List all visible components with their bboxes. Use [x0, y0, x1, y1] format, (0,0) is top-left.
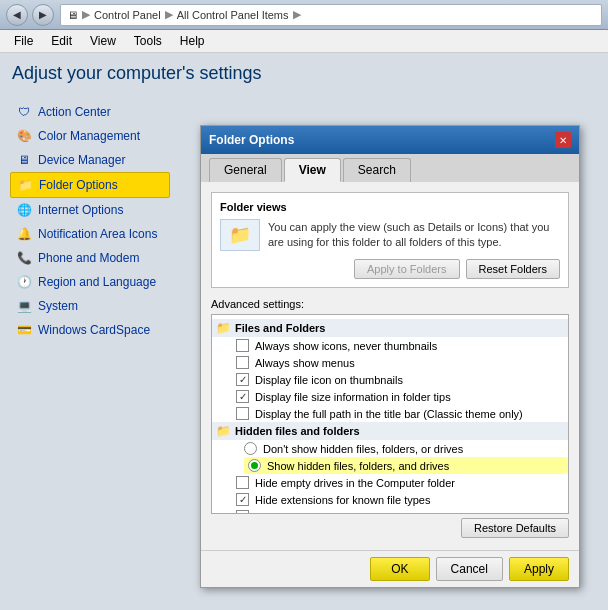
folder-views-inner: 📁 You can apply the view (such as Detail… — [220, 219, 560, 251]
sidebar-item-system[interactable]: System — [10, 294, 170, 318]
notif-icon — [16, 226, 32, 242]
restore-defaults-row: Restore Defaults — [211, 514, 569, 540]
sidebar-label-system: System — [38, 299, 78, 313]
dialog-titlebar: Folder Options ✕ — [201, 126, 579, 154]
color-icon — [16, 128, 32, 144]
sidebar-label-region: Region and Language — [38, 275, 156, 289]
sidebar-item-notification-area[interactable]: Notification Area Icons — [10, 222, 170, 246]
sidebar-label-action-center: Action Center — [38, 105, 111, 119]
checkbox-hide-empty-drives[interactable] — [236, 476, 249, 489]
region-icon — [16, 274, 32, 290]
tab-bar: General View Search — [201, 154, 579, 182]
checkbox-display-full-path[interactable] — [236, 407, 249, 420]
dialog-footer: OK Cancel Apply — [201, 550, 579, 587]
sidebar-label-color: Color Management — [38, 129, 140, 143]
menu-edit[interactable]: Edit — [43, 32, 80, 50]
phone-icon — [16, 250, 32, 266]
checkbox-always-show-icons[interactable] — [236, 339, 249, 352]
breadcrumb-icon: 🖥 — [67, 9, 78, 21]
checkbox-hide-protected[interactable] — [236, 510, 249, 514]
sidebar-label-card: Windows CardSpace — [38, 323, 150, 337]
dialog-content: Folder views 📁 You can apply the view (s… — [201, 182, 579, 550]
menu-help[interactable]: Help — [172, 32, 213, 50]
sidebar-label-device: Device Manager — [38, 153, 125, 167]
checkbox-display-file-icon[interactable] — [236, 373, 249, 386]
system-icon — [16, 298, 32, 314]
setting-hide-extensions[interactable]: Hide extensions for known file types — [212, 491, 568, 508]
title-bar: ◀ ▶ 🖥 ▶ Control Panel ▶ All Control Pane… — [0, 0, 608, 30]
sidebar-item-action-center[interactable]: Action Center — [10, 100, 170, 124]
hidden-files-radio-group: Don't show hidden files, folders, or dri… — [212, 440, 568, 474]
folder-views-section: Folder views 📁 You can apply the view (s… — [211, 192, 569, 288]
card-icon — [16, 322, 32, 338]
sidebar-item-color-management[interactable]: Color Management — [10, 124, 170, 148]
folder-views-icon: 📁 — [220, 219, 260, 251]
main-area: Action Center Color Management Device Ma… — [0, 90, 608, 352]
internet-icon — [16, 202, 32, 218]
setting-hide-protected[interactable]: Hide protected operating system files (R… — [212, 508, 568, 514]
sidebar: Action Center Color Management Device Ma… — [10, 100, 170, 342]
radio-btn-dont-show[interactable] — [244, 442, 257, 455]
restore-defaults-button[interactable]: Restore Defaults — [461, 518, 569, 538]
radio-dont-show[interactable]: Don't show hidden files, folders, or dri… — [244, 440, 568, 457]
sidebar-item-region-language[interactable]: Region and Language — [10, 270, 170, 294]
sidebar-label-folder: Folder Options — [39, 178, 118, 192]
menu-file[interactable]: File — [6, 32, 41, 50]
folder-views-description: You can apply the view (such as Details … — [268, 220, 560, 251]
sidebar-item-folder-options[interactable]: Folder Options — [10, 172, 170, 198]
folder-icon — [17, 177, 33, 193]
menu-view[interactable]: View — [82, 32, 124, 50]
sidebar-label-internet: Internet Options — [38, 203, 123, 217]
checkbox-display-file-size[interactable] — [236, 390, 249, 403]
setting-always-show-icons[interactable]: Always show icons, never thumbnails — [212, 337, 568, 354]
sidebar-item-device-manager[interactable]: Device Manager — [10, 148, 170, 172]
section-folder-icon: 📁 — [216, 321, 231, 335]
setting-display-file-size[interactable]: Display file size information in folder … — [212, 388, 568, 405]
back-button[interactable]: ◀ — [6, 4, 28, 26]
setting-display-file-icon[interactable]: Display file icon on thumbnails — [212, 371, 568, 388]
setting-hide-empty-drives[interactable]: Hide empty drives in the Computer folder — [212, 474, 568, 491]
tab-search[interactable]: Search — [343, 158, 411, 182]
section-files-folders: 📁 Files and Folders — [212, 319, 568, 337]
apply-button[interactable]: Apply — [509, 557, 569, 581]
dialog-close-button[interactable]: ✕ — [555, 132, 571, 148]
nav-buttons: ◀ ▶ — [6, 4, 54, 26]
menu-tools[interactable]: Tools — [126, 32, 170, 50]
settings-list-container[interactable]: 📁 Files and Folders Always show icons, n… — [211, 314, 569, 514]
breadcrumb[interactable]: 🖥 ▶ Control Panel ▶ All Control Panel It… — [60, 4, 602, 26]
checkbox-hide-extensions[interactable] — [236, 493, 249, 506]
sidebar-label-phone: Phone and Modem — [38, 251, 139, 265]
breadcrumb-all-items[interactable]: All Control Panel Items — [177, 9, 289, 21]
checkbox-always-show-menus[interactable] — [236, 356, 249, 369]
sidebar-item-windows-cardspace[interactable]: Windows CardSpace — [10, 318, 170, 342]
radio-btn-show-hidden[interactable] — [248, 459, 261, 472]
sidebar-label-notif: Notification Area Icons — [38, 227, 157, 241]
sidebar-item-internet-options[interactable]: Internet Options — [10, 198, 170, 222]
folder-views-buttons: Apply to Folders Reset Folders — [220, 259, 560, 279]
breadcrumb-control-panel[interactable]: Control Panel — [94, 9, 161, 21]
dialog-title: Folder Options — [209, 133, 294, 147]
section-hidden-files-label: Hidden files and folders — [235, 425, 360, 437]
setting-always-show-menus[interactable]: Always show menus — [212, 354, 568, 371]
cancel-button[interactable]: Cancel — [436, 557, 503, 581]
folder-views-title: Folder views — [220, 201, 560, 213]
setting-display-full-path[interactable]: Display the full path in the title bar (… — [212, 405, 568, 422]
folder-options-dialog: Folder Options ✕ General View Search Fol… — [200, 125, 580, 588]
action-center-icon — [16, 104, 32, 120]
forward-button[interactable]: ▶ — [32, 4, 54, 26]
settings-list: 📁 Files and Folders Always show icons, n… — [212, 315, 568, 514]
section-hidden-files: 📁 Hidden files and folders — [212, 422, 568, 440]
page-title: Adjust your computer's settings — [0, 53, 608, 90]
advanced-settings-label: Advanced settings: — [211, 298, 569, 310]
device-icon — [16, 152, 32, 168]
menu-bar: File Edit View Tools Help — [0, 30, 608, 53]
tab-general[interactable]: General — [209, 158, 282, 182]
section-files-folders-label: Files and Folders — [235, 322, 325, 334]
reset-folders-button[interactable]: Reset Folders — [466, 259, 560, 279]
sidebar-item-phone-modem[interactable]: Phone and Modem — [10, 246, 170, 270]
apply-to-folders-button[interactable]: Apply to Folders — [354, 259, 459, 279]
section-hidden-icon: 📁 — [216, 424, 231, 438]
radio-show-hidden[interactable]: Show hidden files, folders, and drives — [244, 457, 568, 474]
tab-view[interactable]: View — [284, 158, 341, 182]
ok-button[interactable]: OK — [370, 557, 429, 581]
